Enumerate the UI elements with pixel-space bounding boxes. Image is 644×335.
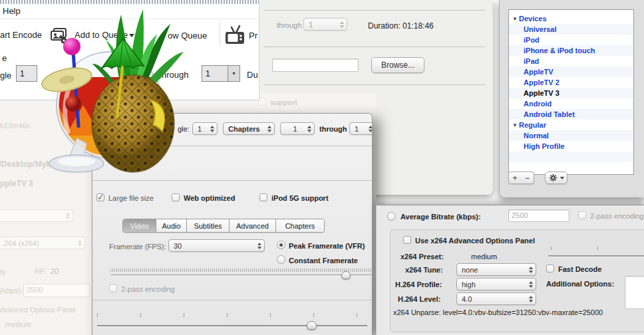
- faded-codec-popup: .264 (x264): [0, 237, 85, 249]
- stepper-arrows-icon: [529, 296, 533, 302]
- x264-preset-slider-ticks: [551, 247, 644, 250]
- disclosure-triangle-icon[interactable]: ▼: [512, 122, 519, 128]
- tab-chapters[interactable]: Chapters: [276, 219, 324, 232]
- large-file-checkbox[interactable]: [96, 193, 104, 201]
- stepper-arrows-icon: [369, 126, 373, 132]
- web-optimized-label: Web optimized: [184, 194, 235, 202]
- stepper-arrows-icon: [529, 267, 533, 273]
- faded-preset-medium: medium: [5, 320, 31, 328]
- faded-rf-value: 20: [51, 267, 59, 275]
- preset-item-high-profile[interactable]: High Profile: [509, 141, 633, 152]
- x264-tune-label: x264 Tune:: [405, 266, 443, 274]
- preset-gear-button[interactable]: [545, 171, 567, 184]
- faded-advanced-panel: dvanced Options Panel: [0, 306, 76, 314]
- framerate-popup[interactable]: 30: [168, 239, 265, 252]
- faded-ipod-support: support: [270, 98, 297, 106]
- angle-stepper[interactable]: 1: [192, 122, 218, 135]
- chapter-start-stepper[interactable]: 1: [280, 122, 315, 135]
- disclosure-triangle-icon[interactable]: ▼: [512, 16, 519, 22]
- framerate-label: Framerate (FPS):: [109, 243, 166, 251]
- preset-remove-button[interactable]: −: [521, 171, 534, 184]
- divider: [92, 180, 372, 181]
- h264-level-label: H.264 Level:: [398, 295, 440, 303]
- additional-options-label: Additional Options:: [546, 280, 614, 288]
- x264-preset-slider-track: [548, 255, 644, 257]
- ipod-support-checkbox[interactable]: [259, 193, 267, 201]
- divider: [263, 47, 485, 47]
- preset-slider-track: [97, 325, 367, 327]
- menu-help[interactable]: Help: [3, 6, 21, 16]
- preset-item-iphone-ipod-touch[interactable]: iPhone & iPod touch: [509, 45, 633, 56]
- stepper-arrows-icon: [307, 126, 311, 132]
- tab-video[interactable]: Video: [123, 219, 156, 232]
- tab-audio[interactable]: Audio: [156, 219, 187, 232]
- preset-slider-thumb[interactable]: [307, 321, 317, 330]
- angle-label: gle: [0, 70, 11, 80]
- h264-profile-popup[interactable]: high: [456, 278, 536, 290]
- combobox-arrow-icon: ▾: [228, 66, 240, 81]
- preset-empty-row: [509, 152, 633, 162]
- two-pass-checkbox[interactable]: [109, 284, 117, 292]
- gear-icon: [549, 173, 558, 182]
- peak-framerate-radio[interactable]: [277, 241, 285, 249]
- two-pass-checkbox[interactable]: [578, 211, 586, 219]
- preset-group-header[interactable]: ▼Devices: [509, 13, 633, 24]
- constant-framerate-radio[interactable]: [277, 255, 285, 264]
- divider: [92, 300, 372, 300]
- divider: [263, 84, 485, 85]
- h264-profile-label: H.264 Profile:: [395, 280, 442, 288]
- preset-item-normal[interactable]: Normal: [509, 130, 633, 141]
- h264-level-popup[interactable]: 4.0: [456, 292, 536, 305]
- browse-button[interactable]: Browse...: [371, 57, 424, 73]
- range-type-popup[interactable]: Chapters: [223, 122, 275, 135]
- stepper-arrows-icon: [529, 281, 533, 288]
- faded-bitrate-label: (kbps):: [0, 286, 23, 294]
- x264-preset-label: x264 Preset:: [401, 253, 444, 261]
- preset-item-ipod[interactable]: iPod: [509, 35, 633, 45]
- use-advanced-panel-checkbox[interactable]: [403, 236, 411, 244]
- faded-preset-name: ppleTV 3: [0, 179, 33, 188]
- fast-decode-label: Fast Decode: [558, 265, 601, 273]
- avg-bitrate-input[interactable]: 2500: [508, 209, 569, 222]
- rf-slider-ticks: [110, 269, 371, 272]
- fast-decode-checkbox[interactable]: [546, 265, 554, 273]
- toolbar-divider: [220, 23, 220, 47]
- window-top-edge: [0, 0, 259, 4]
- preview-tv-icon[interactable]: [224, 25, 246, 46]
- divider: [263, 10, 485, 11]
- chapter-end-combobox[interactable]: 1 ▾: [202, 65, 240, 82]
- preset-item-appletv-3[interactable]: AppleTV 3: [509, 88, 633, 98]
- preset-item-android-tablet[interactable]: Android Tablet: [509, 109, 633, 120]
- preset-item-android[interactable]: Android: [509, 98, 633, 109]
- tab-advanced[interactable]: Advanced: [230, 219, 276, 232]
- additional-options-textarea[interactable]: [625, 276, 644, 309]
- x264-preset-value: medium: [471, 253, 497, 261]
- peak-framerate-label: Peak Framerate (VFR): [289, 242, 365, 250]
- x264-options-window: Average Bitrate (kbps): 2500 2-pass enco…: [376, 205, 644, 335]
- preset-item-appletv-2[interactable]: AppleTV 2: [509, 77, 633, 88]
- preset-item-appletv[interactable]: AppleTV: [509, 66, 633, 77]
- handbrake-logo: [20, 5, 186, 178]
- faded-quality-label: ty: [0, 268, 6, 276]
- preset-item-ipad[interactable]: iPad: [509, 56, 633, 66]
- chapter-end-stepper[interactable]: 1: [303, 18, 347, 31]
- tab-subtitles[interactable]: Subtitles: [187, 219, 230, 232]
- two-pass-label: 2-pass encoding: [121, 285, 175, 293]
- preset-group-header[interactable]: ▼Regular: [509, 120, 633, 130]
- web-optimized-checkbox[interactable]: [172, 193, 180, 201]
- title-label-fragment: e: [2, 53, 7, 63]
- destination-input[interactable]: [272, 58, 359, 72]
- through-label: through: [277, 21, 301, 29]
- rf-slider-thumb[interactable]: [341, 271, 351, 279]
- stepper-arrows-icon: [267, 126, 271, 132]
- avg-bitrate-radio[interactable]: [387, 212, 396, 221]
- constant-framerate-label: Constant Framerate: [289, 257, 358, 265]
- x264-tune-popup[interactable]: none: [456, 263, 536, 276]
- stepper-arrows-icon: [257, 243, 261, 249]
- preset-item-universal[interactable]: Universal: [509, 24, 633, 35]
- preset-add-button[interactable]: +: [508, 171, 522, 184]
- presets-drawer: ▼DevicesUniversaliPodiPhone & iPod touch…: [499, 0, 644, 197]
- preview-button[interactable]: Pr: [249, 31, 257, 41]
- chapter-end-stepper[interactable]: 1: [349, 122, 373, 135]
- two-pass-label: 2-pass encoding: [590, 212, 644, 220]
